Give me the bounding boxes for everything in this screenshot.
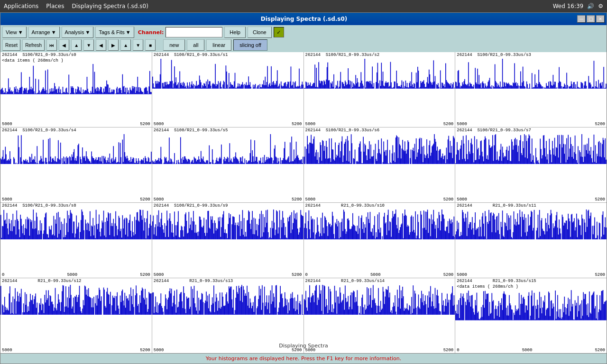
svg-rect-1762: [123, 228, 124, 240]
checkbox[interactable]: ✓: [274, 27, 284, 37]
svg-rect-2007: [309, 229, 310, 239]
svg-rect-2743: [260, 289, 261, 315]
svg-rect-2096: [377, 237, 377, 240]
svg-rect-418: [317, 87, 318, 89]
chart-cell-s7[interactable]: 262144 S100/R21_0-99.33us/s750005200: [455, 127, 607, 202]
svg-rect-2722: [244, 296, 245, 315]
svg-rect-980: [137, 161, 138, 164]
svg-rect-2889: [371, 308, 372, 315]
linear-button[interactable]: linear: [206, 39, 231, 51]
svg-rect-277: [210, 85, 211, 89]
arrange-menu[interactable]: Arrange ▼: [28, 27, 60, 38]
svg-rect-2418: [14, 299, 15, 315]
applications-menu[interactable]: Applications: [4, 3, 38, 9]
svg-rect-1621: [16, 210, 17, 240]
chart-cell-s6[interactable]: 262144 S100/R21_0-99.33us/s650005200: [304, 127, 455, 202]
svg-rect-887: [66, 156, 67, 164]
chart-cell-s4[interactable]: 262144 S100/R21_0-99.33us/s450005200: [0, 127, 152, 202]
svg-rect-2871: [358, 306, 359, 315]
places-menu[interactable]: Places: [46, 3, 64, 9]
chart-cell-s14[interactable]: 262144 R21_0-99.33us/s1450005200: [304, 278, 455, 353]
nav-first[interactable]: ⏮: [46, 39, 57, 51]
svg-rect-2321: [547, 231, 548, 240]
nav-down2[interactable]: ▼: [133, 39, 143, 51]
svg-rect-3044: [488, 316, 489, 320]
svg-rect-665: [505, 82, 506, 89]
svg-rect-1057: [195, 158, 196, 164]
nav-prev[interactable]: ◀: [96, 39, 106, 51]
help-button[interactable]: Help: [224, 27, 246, 38]
svg-rect-2162: [426, 211, 427, 239]
svg-rect-2765: [277, 315, 278, 315]
svg-rect-101: [77, 90, 78, 94]
chart-cell-s1[interactable]: 262144 S100/R21_0-99.33us/s150005200: [152, 52, 304, 127]
nav-prev-small[interactable]: ◀: [59, 39, 69, 51]
chart-cell-s13[interactable]: 262144 R21_0-99.33us/s1350005200: [152, 278, 304, 353]
slicing-off-button[interactable]: slicing off: [233, 39, 267, 51]
svg-rect-844: [34, 160, 35, 164]
svg-rect-2488: [67, 297, 68, 315]
chart-cell-s8[interactable]: 262144 S100/R21_0-99.33us/s8050005200: [0, 203, 152, 278]
nav-next[interactable]: ▶: [108, 39, 119, 51]
svg-rect-709: [538, 84, 539, 89]
chart-cell-s2[interactable]: 262144 S100/R21_0-99.33us/s250005200: [304, 52, 455, 127]
new-button[interactable]: new: [163, 39, 185, 51]
all-button[interactable]: all: [187, 39, 204, 51]
svg-rect-869: [53, 158, 54, 164]
svg-rect-2546: [111, 314, 112, 315]
svg-rect-2768: [279, 302, 280, 315]
chart-cell-s5[interactable]: 262144 S100/R21_0-99.33us/s550005200: [152, 127, 304, 202]
close-button[interactable]: ✕: [596, 15, 605, 23]
tags-fits-menu[interactable]: Tags & Fits ▼: [95, 27, 134, 38]
svg-rect-1789: [143, 230, 144, 239]
maximize-button[interactable]: □: [587, 15, 595, 23]
chart-cell-s15[interactable]: 262144 R21_0-99.33us/s15 <data items ( 2…: [455, 278, 607, 353]
svg-rect-270: [205, 86, 206, 89]
svg-rect-846: [35, 162, 36, 164]
nav-down[interactable]: ▼: [83, 39, 94, 51]
svg-rect-2143: [412, 231, 413, 239]
svg-rect-2054: [345, 229, 346, 240]
chart-cell-s11[interactable]: 262144 R21_0-99.33us/s1150005200: [455, 203, 607, 278]
svg-rect-1460: [501, 144, 502, 164]
clone-button[interactable]: Clone: [248, 27, 272, 38]
svg-rect-1421: [471, 138, 472, 164]
svg-rect-579: [439, 88, 440, 89]
svg-rect-230: [175, 82, 176, 89]
refresh-button[interactable]: Refresh: [22, 39, 45, 51]
svg-rect-546: [414, 84, 415, 89]
svg-rect-111: [84, 91, 85, 94]
channel-input[interactable]: [166, 27, 222, 37]
svg-rect-2998: [453, 295, 454, 315]
svg-rect-2478: [59, 302, 60, 315]
reset-button[interactable]: Reset: [2, 39, 20, 51]
svg-rect-207: [157, 83, 158, 89]
svg-rect-2167: [430, 236, 431, 240]
chart-footer-s5: 50005200: [152, 197, 304, 202]
volume-icon[interactable]: 🔊: [587, 3, 594, 9]
svg-rect-2492: [70, 285, 71, 315]
settings-icon[interactable]: ⚙: [598, 3, 603, 9]
analysis-menu[interactable]: Analysis ▼: [62, 27, 94, 38]
svg-rect-419: [318, 62, 319, 89]
svg-rect-2863: [351, 309, 352, 315]
chart-cell-s9[interactable]: 262144 S100/R21_0-99.33us/s950005200: [152, 203, 304, 278]
svg-rect-1425: [474, 136, 475, 164]
svg-rect-2122: [396, 225, 397, 239]
svg-rect-2791: [296, 309, 297, 315]
svg-rect-19: [15, 89, 16, 94]
svg-rect-731: [554, 82, 555, 89]
svg-rect-486: [369, 81, 370, 89]
nav-up2[interactable]: ▲: [120, 39, 131, 51]
nav-up[interactable]: ▲: [71, 39, 82, 51]
chart-cell-s10[interactable]: 262144 R21_0-99.33us/s10050005200: [304, 203, 455, 278]
svg-rect-2314: [542, 218, 543, 240]
chart-cell-s3[interactable]: 262144 S100/R21_0-99.33us/s350005200: [455, 52, 607, 127]
svg-rect-691: [524, 86, 525, 89]
nav-square[interactable]: ■: [145, 39, 156, 51]
minimize-button[interactable]: —: [577, 15, 586, 23]
view-menu[interactable]: View ▼: [2, 27, 27, 38]
chart-cell-s12[interactable]: 262144 R21_0-99.33us/s1250005200: [0, 278, 152, 353]
svg-rect-2196: [452, 222, 453, 240]
chart-cell-s0[interactable]: 262144 S100/R21_0-99.33us/s0 <data items…: [0, 52, 152, 127]
